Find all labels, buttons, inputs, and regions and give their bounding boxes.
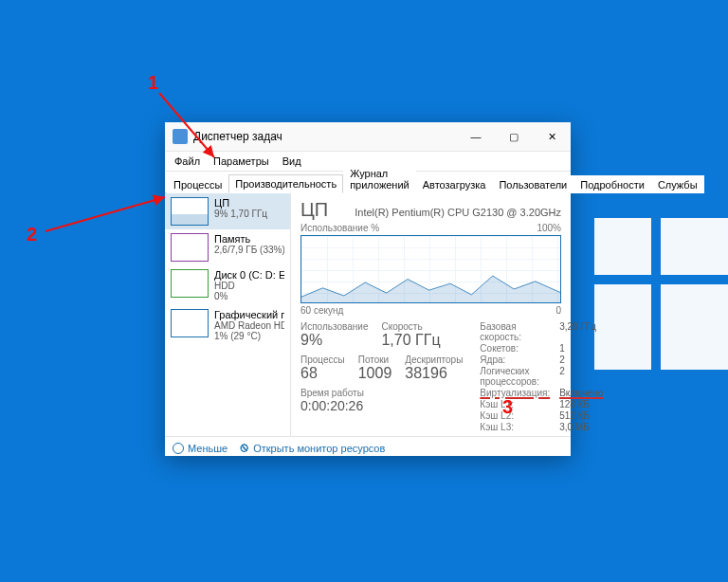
tab-services[interactable]: Службы <box>651 175 704 193</box>
tab-users[interactable]: Пользователи <box>492 175 573 193</box>
desktop: Диспетчер задач — ▢ ✕ Файл Параметры Вид… <box>0 0 728 582</box>
minimize-button[interactable]: — <box>457 122 495 151</box>
procs-label: Процессы <box>300 355 345 365</box>
open-resource-monitor-link[interactable]: 🛇 Открыть монитор ресурсов <box>239 443 385 454</box>
tab-processes[interactable]: Процессы <box>167 175 228 193</box>
sidebar-item-sub2: 0% <box>214 291 284 301</box>
tab-details[interactable]: Подробности <box>573 175 651 193</box>
chart-foot-right: 0 <box>555 305 561 316</box>
sidebar-item-label: Память <box>214 233 284 245</box>
speed-label: Скорость <box>381 321 440 332</box>
cpu-model: Intel(R) Pentium(R) CPU G2130 @ 3.20GHz <box>355 207 561 218</box>
footer: Меньше 🛇 Открыть монитор ресурсов <box>165 436 571 460</box>
sidebar-item-cpu[interactable]: ЦП 9% 1,70 ГГц <box>165 193 290 229</box>
detail-key: Базовая скорость: <box>480 321 550 342</box>
sidebar-item-label: Диск 0 (C: D: E:) <box>214 269 284 281</box>
task-manager-window: Диспетчер задач — ▢ ✕ Файл Параметры Вид… <box>165 122 571 456</box>
menu-options[interactable]: Параметры <box>208 154 275 169</box>
chart-foot-left: 60 секунд <box>300 305 343 316</box>
windows-logo <box>594 218 728 370</box>
tab-startup[interactable]: Автозагрузка <box>416 175 493 193</box>
sidebar-item-sub2: 1% (29 °C) <box>214 331 284 341</box>
detail-key: Логических процессоров: <box>480 366 550 387</box>
app-icon <box>173 129 188 144</box>
util-label: Использование <box>300 321 368 332</box>
tab-app-history[interactable]: Журнал приложений <box>343 164 416 193</box>
gpu-thumb-icon <box>171 309 209 337</box>
threads-value: 1009 <box>358 365 392 382</box>
detail-key: Кэш L2: <box>480 410 550 421</box>
titlebar[interactable]: Диспетчер задач — ▢ ✕ <box>165 122 571 152</box>
detail-key: Кэш L3: <box>480 422 550 432</box>
svg-line-1 <box>46 197 165 231</box>
detail-value: 2 <box>559 366 603 387</box>
close-button[interactable]: ✕ <box>533 122 571 151</box>
menu-file[interactable]: Файл <box>169 154 206 169</box>
detail-value: 3,0 МБ <box>559 422 603 432</box>
menu-view[interactable]: Вид <box>277 154 307 169</box>
detail-key: Кэш L1: <box>480 399 550 409</box>
util-value: 9% <box>300 332 368 349</box>
memory-thumb-icon <box>171 233 209 262</box>
detail-value: Включено <box>559 388 603 398</box>
cpu-heading: ЦП <box>300 199 328 221</box>
cpu-details-grid: Базовая скорость:3,20 ГГцСокетов:1Ядра:2… <box>480 321 603 432</box>
resmon-icon: 🛇 <box>239 443 249 454</box>
detail-key: Сокетов: <box>480 343 550 354</box>
sidebar-item-gpu[interactable]: Графический процессор AMD Radeon HD 7700… <box>165 305 290 345</box>
detail-key: Ядра: <box>480 355 550 365</box>
speed-value: 1,70 ГГц <box>381 332 440 349</box>
sidebar-item-sub: HDD <box>214 281 284 291</box>
detail-value: 2 <box>559 355 603 365</box>
handles-label: Дескрипторы <box>405 355 463 365</box>
detail-value: 128 КБ <box>559 399 603 409</box>
threads-label: Потоки <box>358 355 392 365</box>
sidebar-item-disk[interactable]: Диск 0 (C: D: E:) HDD 0% <box>165 265 290 305</box>
cpu-thumb-icon <box>171 197 209 226</box>
chevron-up-icon <box>173 443 184 454</box>
cpu-chart <box>300 235 561 303</box>
disk-thumb-icon <box>171 269 209 298</box>
sidebar-item-label: Графический процессор <box>214 309 284 320</box>
detail-value: 512 КБ <box>559 410 603 421</box>
detail-value: 3,20 ГГц <box>559 321 603 342</box>
sidebar-item-sub: AMD Radeon HD 7700 S <box>214 320 284 331</box>
window-title: Диспетчер задач <box>193 130 282 143</box>
annotation-1: 1 <box>148 72 158 94</box>
detail-value: 1 <box>559 343 603 354</box>
main-panel: ЦП Intel(R) Pentium(R) CPU G2130 @ 3.20G… <box>291 193 571 436</box>
fewer-details-button[interactable]: Меньше <box>173 443 228 454</box>
annotation-2: 2 <box>27 224 37 246</box>
sidebar-item-sub: 2,6/7,9 ГБ (33%) <box>214 245 284 255</box>
chart-label-left: Использование % <box>300 223 379 233</box>
tabbar: Процессы Производительность Журнал прило… <box>165 172 571 193</box>
maximize-button[interactable]: ▢ <box>495 122 533 151</box>
detail-key: Виртуализация: <box>480 388 550 398</box>
uptime-label: Время работы <box>300 388 463 398</box>
uptime-value: 0:00:20:26 <box>300 398 463 413</box>
sidebar-item-label: ЦП <box>214 197 267 209</box>
tab-performance[interactable]: Производительность <box>228 174 343 193</box>
procs-value: 68 <box>300 365 345 382</box>
sidebar-item-memory[interactable]: Память 2,6/7,9 ГБ (33%) <box>165 229 290 265</box>
sidebar-item-sub: 9% 1,70 ГГц <box>214 209 267 219</box>
body: ЦП 9% 1,70 ГГц Память 2,6/7,9 ГБ (33%) Д… <box>165 193 571 436</box>
chart-label-right: 100% <box>537 223 561 233</box>
handles-value: 38196 <box>405 365 463 382</box>
sidebar: ЦП 9% 1,70 ГГц Память 2,6/7,9 ГБ (33%) Д… <box>165 193 291 436</box>
